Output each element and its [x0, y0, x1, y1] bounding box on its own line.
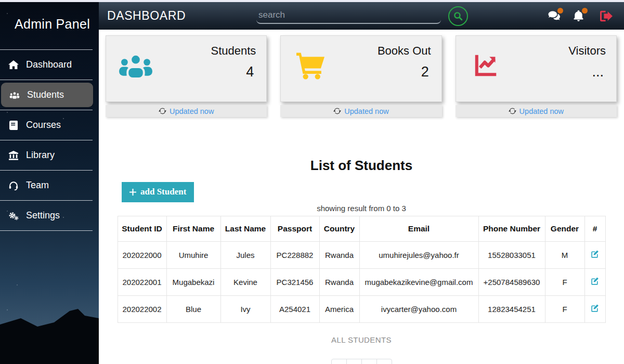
- cell-country: America: [319, 296, 359, 323]
- app-title: Admin Panel: [0, 17, 99, 32]
- card-value: ...: [568, 64, 606, 80]
- edit-icon: [590, 304, 600, 313]
- cell-passport: A254021: [270, 296, 319, 323]
- cell-passport: PC321456: [270, 269, 319, 296]
- cell-actions: [584, 269, 605, 296]
- col-last-name: Last Name: [220, 216, 270, 242]
- visitors-card: Visitors ... Updated now: [456, 35, 617, 117]
- notification-badge: [557, 8, 563, 14]
- home-icon: [8, 60, 19, 70]
- card-footer[interactable]: Updated now: [106, 105, 267, 117]
- sidebar-item-dashboard[interactable]: Dashboard: [0, 53, 93, 77]
- gears-icon: [8, 211, 19, 221]
- cell-email: mugabekazikevine@gmail.com: [359, 269, 478, 296]
- headset-icon: [8, 180, 19, 191]
- card-footer[interactable]: Updated now: [456, 105, 617, 117]
- plus-icon: [129, 189, 136, 196]
- divider: [0, 80, 93, 80]
- students-card: Students 4 Updated now: [106, 35, 267, 117]
- search-button[interactable]: [448, 6, 468, 26]
- card-updated-text: Updated now: [344, 107, 388, 115]
- refresh-icon: [159, 107, 166, 115]
- sidebar-item-label: Team: [26, 180, 49, 191]
- search-input[interactable]: [256, 8, 441, 24]
- showing-result-text: showing result from 0 to 3: [99, 204, 624, 213]
- card-footer[interactable]: Updated now: [280, 105, 441, 117]
- cell-country: Rwanda: [319, 242, 359, 269]
- card-label: Books Out: [378, 44, 431, 58]
- cell-gender: F: [545, 296, 584, 323]
- divider: [0, 200, 93, 201]
- col-passport: Passport: [270, 216, 319, 242]
- pagination-page-2-button[interactable]: 2: [361, 359, 377, 364]
- refresh-icon: [509, 107, 516, 115]
- cell-email: umuhirejules@yahoo.fr: [359, 242, 478, 269]
- pagination-page-1-button[interactable]: 1: [346, 359, 362, 364]
- edit-row-button[interactable]: [590, 304, 600, 313]
- col-country: Country: [319, 216, 359, 242]
- cell-first-name: Umuhire: [166, 242, 220, 269]
- mountain-silhouette: [0, 306, 99, 364]
- table-row: 202022000 Umuhire Jules PC228882 Rwanda …: [118, 242, 605, 269]
- card-value: 4: [211, 64, 256, 80]
- col-phone: Phone Number: [478, 216, 545, 242]
- topbar: DASHBOARD: [99, 0, 624, 30]
- col-student-id: Student ID: [118, 216, 166, 242]
- table-row: 202022002 Blue Ivy A254021 America ivyca…: [118, 296, 605, 323]
- users-icon: [118, 51, 156, 96]
- all-students-label: ALL STUDENTS: [99, 335, 624, 344]
- sidebar: Admin Panel Dashboard: [0, 0, 99, 364]
- app: Admin Panel Dashboard: [0, 0, 624, 364]
- cell-actions: [584, 296, 605, 323]
- cell-student-id: 202022001: [118, 269, 166, 296]
- add-student-button[interactable]: add Student: [122, 182, 194, 202]
- toolbar: add Student: [122, 182, 624, 202]
- card-value: 2: [378, 64, 431, 80]
- books-out-card-body: Books Out 2: [280, 35, 441, 102]
- cell-student-id: 202022002: [118, 296, 166, 323]
- card-label: Visitors: [568, 44, 606, 58]
- col-actions: #: [584, 216, 605, 242]
- card-updated-text: Updated now: [519, 107, 564, 115]
- col-email: Email: [359, 216, 478, 242]
- visitors-card-body: Visitors ...: [456, 35, 617, 102]
- main-area: DASHBOARD: [99, 0, 624, 364]
- sidebar-item-settings[interactable]: Settings: [0, 203, 93, 228]
- sidebar-item-label: Students: [27, 89, 64, 100]
- pagination-prev-button[interactable]: «: [331, 359, 347, 364]
- users-icon: [9, 90, 20, 100]
- section-heading: List of Students: [99, 158, 624, 174]
- refresh-icon: [333, 107, 341, 115]
- sidebar-item-team[interactable]: Team: [0, 173, 93, 198]
- search-icon: [453, 11, 463, 21]
- cell-passport: PC228882: [270, 242, 319, 269]
- topbar-icon-group: [548, 10, 615, 22]
- divider: [0, 110, 93, 110]
- notification-badge: [582, 8, 588, 14]
- sidebar-item-students[interactable]: Students: [1, 83, 93, 107]
- edit-row-button[interactable]: [590, 250, 600, 259]
- pagination: « 1 2 »: [99, 359, 624, 364]
- edit-icon: [590, 277, 600, 286]
- comments-icon[interactable]: [548, 10, 560, 21]
- signout-icon[interactable]: [600, 10, 613, 22]
- cell-phone: +250784589630: [478, 269, 545, 296]
- bell-icon[interactable]: [573, 10, 584, 21]
- edit-row-button[interactable]: [590, 277, 600, 286]
- stat-cards: Students 4 Updated now: [99, 30, 624, 117]
- sidebar-item-courses[interactable]: Courses: [0, 113, 93, 137]
- sidebar-item-library[interactable]: Library: [0, 143, 93, 167]
- edit-icon: [590, 250, 600, 259]
- divider: [0, 170, 93, 171]
- cell-phone: 12823454251: [478, 296, 545, 323]
- cell-gender: M: [545, 242, 584, 269]
- cell-country: Rwanda: [319, 269, 359, 296]
- sidebar-item-label: Dashboard: [26, 59, 72, 70]
- pagination-next-button[interactable]: »: [376, 359, 392, 364]
- search-area: [186, 6, 539, 26]
- divider: [0, 140, 93, 140]
- books-out-card: Books Out 2 Updated now: [280, 35, 441, 117]
- cart-icon: [292, 51, 331, 96]
- students-table: Student ID First Name Last Name Passport…: [118, 216, 606, 323]
- cell-actions: [584, 242, 605, 269]
